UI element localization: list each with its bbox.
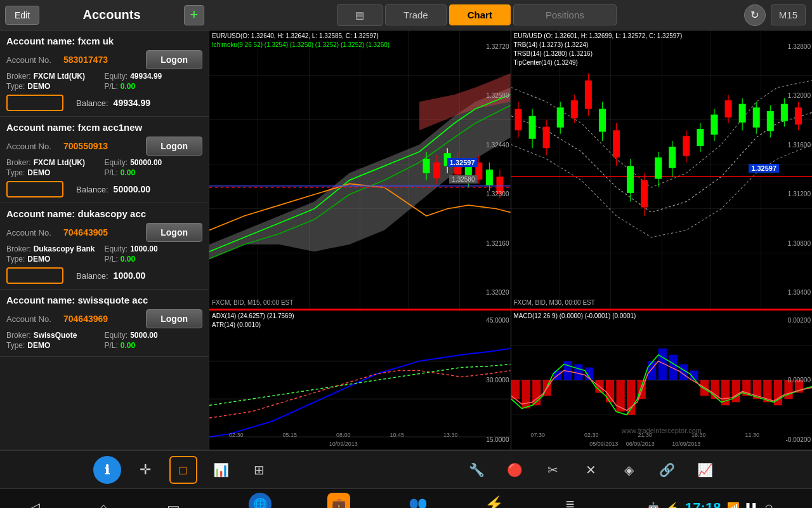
- price-label-right-top: 1.32597: [749, 164, 779, 173]
- deposit-button-2[interactable]: [6, 181, 63, 197]
- settings-tool-button[interactable]: 🔧: [463, 456, 491, 484]
- info-row-4a: Broker: SwissQuote Equity: 5000.00: [6, 331, 202, 340]
- quotes-icon-item[interactable]: 🌐 Quotes: [249, 493, 272, 509]
- logon-button-3[interactable]: Logon: [146, 223, 202, 242]
- svg-rect-28: [556, 107, 563, 127]
- diamond-tool-button[interactable]: ◈: [615, 456, 643, 484]
- svg-rect-34: [598, 109, 605, 132]
- chart-right-top-footer: FXCM, BID, M30, 00:00 EST: [514, 299, 595, 306]
- edit-button[interactable]: Edit: [5, 6, 39, 25]
- info-row-2a: Broker: FXCM Ltd(UK) Equity: 50000.00: [6, 158, 202, 167]
- account-dukascopy: Account name: dukascopy acc Account No. …: [0, 203, 209, 290]
- home-button[interactable]: ⌂: [99, 500, 107, 509]
- magnet-tool-button[interactable]: 🔴: [501, 456, 529, 484]
- logon-button-2[interactable]: Logon: [146, 137, 202, 156]
- back-button[interactable]: ◁: [29, 500, 40, 509]
- balance-row-1: Balance: 49934.99: [6, 95, 202, 111]
- timeframe-button[interactable]: M15: [771, 4, 806, 25]
- nav-menu-button[interactable]: ▤: [337, 4, 383, 26]
- logon-button-4[interactable]: Logon: [146, 309, 202, 328]
- link-tool-button[interactable]: 🔗: [653, 456, 681, 484]
- type-3: DEMO: [27, 255, 50, 264]
- bottom-toolbar: ℹ ✛ ◻ 📊 ⊞ 🔧 🔴 ✂: [0, 450, 812, 508]
- account-row-1: Account No. 583017473 Logon: [6, 50, 202, 69]
- deposit-button-3[interactable]: [6, 267, 63, 284]
- chart-right-bottom-date: 05/09/2013 06/09/2013 10/09/2013: [511, 441, 780, 447]
- brokers-icon-item[interactable]: 👥 Brokers: [406, 493, 430, 509]
- account-row-2: Account No. 700550913 Logon: [6, 137, 202, 156]
- price-scale-left-bottom: 45.0000 30.0000 15.0000: [476, 311, 509, 450]
- recent-button[interactable]: ▭: [167, 500, 180, 509]
- page-title: Accounts: [44, 8, 179, 22]
- account-name-3: Account name: dukascopy acc: [6, 208, 202, 219]
- bottom-nav-bar: ◁ ⌂ ▭ 🌐 Quotes 💼 Portfolio 👥: [0, 488, 812, 508]
- chart-tool-button[interactable]: ◻: [169, 456, 197, 484]
- android-nav: ◁ ⌂ ▭: [0, 488, 209, 508]
- svg-rect-38: [627, 166, 634, 193]
- account-swissquote: Account name: swissquote acc Account No.…: [0, 290, 209, 357]
- svg-rect-52: [724, 100, 731, 117]
- binary-icon-item[interactable]: ⚡ Binary: [483, 493, 506, 509]
- chart-left-top-footer: FXCM, BID, M15, 00:00 EST: [212, 299, 293, 306]
- chart-left-top[interactable]: EUR/USD(O: 1.32640, H: 1.32642, L: 1.325…: [209, 30, 511, 309]
- wifi-icon: 📶: [727, 502, 740, 508]
- balance-row-3: Balance: 1000.00: [6, 267, 202, 284]
- chart-left-bottom-time-labels: 02:3005:1508:0010:4513:30: [209, 432, 478, 438]
- svg-rect-73: [574, 364, 582, 380]
- chart-left-top-info: EUR/USD(O: 1.32640, H: 1.32642, L: 1.325…: [212, 32, 390, 50]
- chart-right-bottom-info: MACD(12 26 9) (0.0000) (-0.0001) (0.0001…: [514, 312, 636, 321]
- balance-val-1: 49934.99: [114, 98, 150, 108]
- chart2-tool-button[interactable]: 📈: [691, 456, 719, 484]
- chart-right-top[interactable]: EUR/USD (O: 1.32601, H: 1.32699, L: 1.32…: [511, 30, 813, 309]
- equity-3: 1000.00: [130, 244, 157, 253]
- refresh-button[interactable]: ↻: [744, 4, 766, 26]
- equity-2: 50000.00: [130, 158, 162, 167]
- balance-val-2: 50000.00: [114, 184, 150, 194]
- acct-label-4: Account No.: [6, 314, 63, 324]
- nav-positions-button[interactable]: Positions: [513, 4, 617, 25]
- type-4: DEMO: [27, 341, 50, 350]
- portfolio-icon-item[interactable]: 💼 Portfolio: [324, 493, 353, 509]
- usb-icon: ⚡: [666, 502, 679, 508]
- pl-4: 0.00: [121, 341, 135, 350]
- chart-right-bottom[interactable]: MACD(12 26 9) (0.0000) (-0.0001) (0.0001…: [511, 310, 813, 450]
- charts-row-bottom: ADX(14) (24.6257) (21.7569) ATR(14) (0.0…: [209, 310, 812, 450]
- svg-rect-80: [648, 361, 656, 380]
- account-fxcm-acc1new: Account name: fxcm acc1new Account No. 7…: [0, 117, 209, 203]
- charts-area: EUR/USD(O: 1.32640, H: 1.32642, L: 1.325…: [209, 30, 812, 450]
- status-right: 🤖 ⚡ 17:18 📶 ▌▌ ⬡: [647, 500, 773, 509]
- chart-left-bottom-svg: [209, 311, 511, 450]
- acct-label-1: Account No.: [6, 55, 63, 65]
- logon-button-1[interactable]: Logon: [146, 50, 202, 69]
- chart-left-bottom[interactable]: ADX(14) (24.6257) (21.7569) ATR(14) (0.0…: [209, 310, 511, 450]
- delete-tool-button[interactable]: ✕: [577, 456, 605, 484]
- bar-chart-tool-button[interactable]: 📊: [207, 456, 235, 484]
- account-row-3: Account No. 704643905 Logon: [6, 223, 202, 242]
- info-row-1b: Type: DEMO P/L: 0.00: [6, 82, 202, 91]
- nav-trade-button[interactable]: Trade: [385, 4, 447, 25]
- svg-rect-54: [738, 104, 745, 123]
- acct-number-1: 583017473: [63, 55, 146, 65]
- svg-rect-44: [669, 147, 676, 168]
- svg-rect-46: [683, 136, 690, 156]
- svg-rect-48: [697, 129, 704, 146]
- nav-chart-button[interactable]: Chart: [449, 4, 511, 25]
- deposit-button-1[interactable]: [6, 95, 63, 111]
- add-account-button[interactable]: +: [184, 5, 204, 25]
- info-tool-button[interactable]: ℹ: [93, 456, 121, 484]
- more-icon-item[interactable]: ≡ More: [559, 493, 582, 509]
- top-bar-nav: ▤ Trade Chart Positions: [209, 4, 744, 26]
- svg-rect-26: [542, 127, 549, 149]
- chart-tools-row: ℹ ✛ ◻ 📊 ⊞ 🔧 🔴 ✂: [0, 450, 812, 488]
- svg-rect-36: [613, 130, 620, 157]
- acct-number-4: 704643969: [63, 314, 146, 324]
- svg-rect-30: [570, 100, 577, 118]
- scissors-tool-button[interactable]: ✂: [539, 456, 567, 484]
- acct-number-2: 700550913: [63, 141, 146, 151]
- crosshair-tool-button[interactable]: ✛: [131, 456, 159, 484]
- nav-icons-left: ℹ ✛ ◻ 📊 ⊞: [93, 456, 303, 484]
- grid-tool-button[interactable]: ⊞: [246, 456, 273, 484]
- type-1: DEMO: [27, 82, 50, 91]
- info-row-3a: Broker: Dukascopy Bank Equity: 1000.00: [6, 244, 202, 253]
- broker-2: FXCM Ltd(UK): [34, 158, 85, 167]
